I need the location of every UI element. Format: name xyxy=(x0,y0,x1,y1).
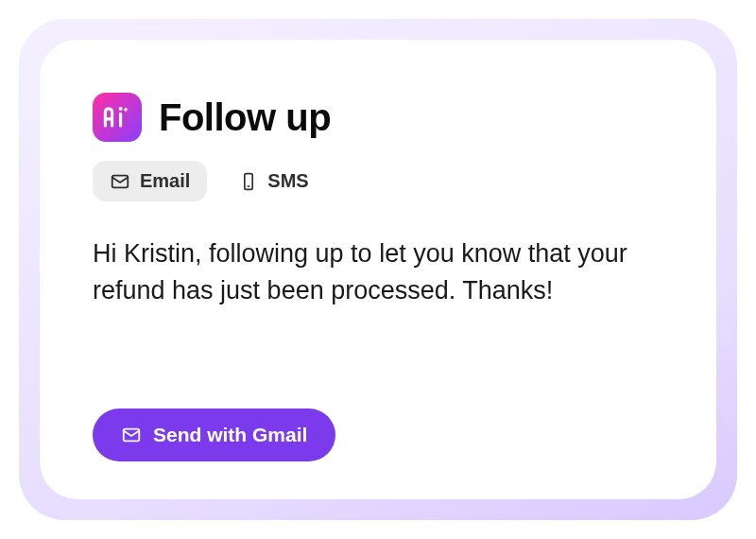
header: Follow up xyxy=(93,93,663,142)
mail-icon xyxy=(121,425,142,445)
svg-point-1 xyxy=(119,107,123,111)
tab-email[interactable]: Email xyxy=(93,161,207,201)
page-title: Follow up xyxy=(159,96,331,139)
phone-icon xyxy=(239,171,258,192)
tab-email-label: Email xyxy=(140,170,190,192)
mail-icon xyxy=(110,171,130,192)
message-body: Hi Kristin, following up to let you know… xyxy=(93,235,663,390)
follow-up-card: Follow up Email SMS xyxy=(40,40,716,499)
tab-sms[interactable]: SMS xyxy=(222,161,325,201)
ai-badge-icon xyxy=(93,93,142,142)
outer-card: Follow up Email SMS xyxy=(19,19,737,520)
send-button-label: Send with Gmail xyxy=(153,424,307,446)
send-with-gmail-button[interactable]: Send with Gmail xyxy=(93,409,335,461)
channel-tabs: Email SMS xyxy=(93,161,663,201)
tab-sms-label: SMS xyxy=(267,170,308,192)
